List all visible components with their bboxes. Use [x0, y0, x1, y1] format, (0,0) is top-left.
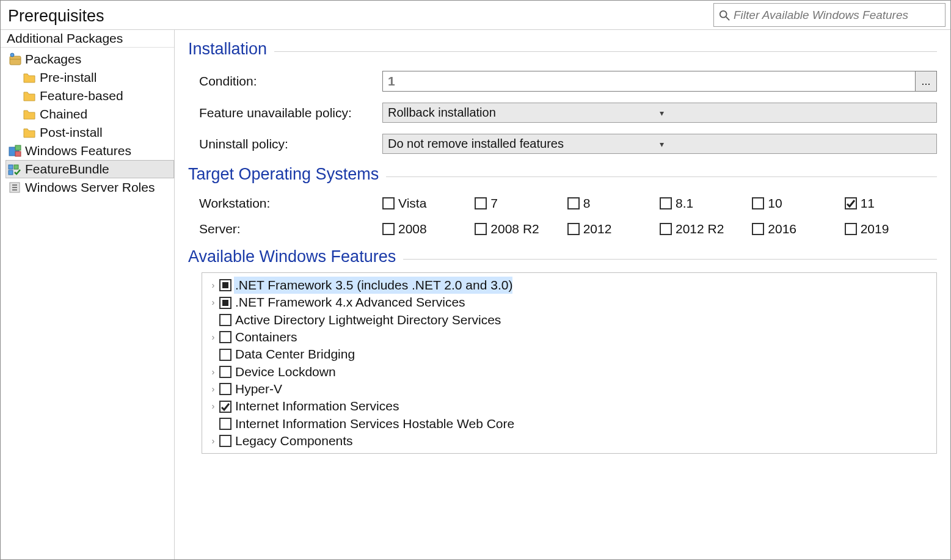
- checkbox-icon: [567, 197, 580, 209]
- feature-row[interactable]: ›.NET Framework 3.5 (includes .NET 2.0 a…: [202, 277, 936, 294]
- sidebar-item-label: FeatureBundle: [25, 162, 109, 176]
- sidebar-item-label: Chained: [40, 107, 87, 122]
- feature-label: Active Directory Lightweight Directory S…: [234, 311, 501, 329]
- feature-label: Legacy Components: [234, 432, 353, 449]
- sidebar-item-chained[interactable]: Chained: [5, 105, 174, 123]
- feature-checkbox[interactable]: [219, 349, 231, 361]
- checkbox-icon: [752, 197, 764, 209]
- section-installation-label: Installation: [188, 40, 267, 59]
- chevron-down-icon: ▾: [660, 139, 931, 149]
- uninstall-policy-combo[interactable]: Do not remove installed features ▾: [382, 134, 937, 154]
- svg-line-10: [726, 16, 729, 20]
- expand-icon[interactable]: ›: [208, 296, 218, 308]
- workstation-checkbox-81[interactable]: 8.1: [660, 196, 752, 211]
- feature-row[interactable]: Data Center Bridging: [202, 346, 936, 363]
- checkbox-label: 2012: [583, 222, 612, 236]
- feature-checkbox[interactable]: [219, 314, 231, 326]
- server-checkbox-2012r2[interactable]: 2012 R2: [660, 222, 752, 236]
- expand-icon[interactable]: ›: [208, 435, 218, 447]
- workstation-checkbox-11[interactable]: 11: [845, 196, 937, 211]
- checkbox-label: 2008: [398, 222, 427, 236]
- feature-checkbox[interactable]: [219, 366, 231, 378]
- section-available-features-label: Available Windows Features: [188, 247, 396, 266]
- expand-icon[interactable]: ›: [208, 400, 218, 412]
- workstation-checkbox-8[interactable]: 8: [567, 196, 660, 211]
- bundle-icon: [8, 162, 21, 176]
- checkbox-label: 2016: [768, 222, 796, 236]
- feature-checkbox[interactable]: [219, 383, 231, 395]
- main-pane: Installation Condition: ... Feature unav…: [175, 30, 950, 559]
- sidebar-item-packages[interactable]: Packages: [5, 50, 174, 68]
- feature-label: Data Center Bridging: [234, 346, 355, 363]
- sidebar-item-feature-based[interactable]: Feature-based: [5, 87, 174, 105]
- feature-row[interactable]: ›.NET Framework 4.x Advanced Services: [202, 294, 936, 311]
- folder-icon: [23, 89, 36, 103]
- sidebar-item-label: Post-install: [40, 125, 103, 140]
- unavailable-policy-label: Feature unavailable policy:: [199, 106, 382, 120]
- available-features-tree[interactable]: ›.NET Framework 3.5 (includes .NET 2.0 a…: [202, 272, 937, 454]
- condition-input[interactable]: [382, 71, 916, 92]
- checkbox-icon: [660, 197, 672, 209]
- feature-checkbox[interactable]: [219, 297, 231, 309]
- feature-label: Hyper-V: [234, 380, 282, 398]
- checkbox-icon: [382, 223, 395, 235]
- feature-row[interactable]: ›Legacy Components: [202, 432, 936, 449]
- packages-icon: [8, 53, 21, 66]
- server-checkbox-2012[interactable]: 2012: [567, 222, 660, 236]
- sidebar-item-label: Pre-install: [40, 70, 97, 85]
- feature-checkbox[interactable]: [219, 418, 231, 430]
- folder-icon: [23, 71, 36, 84]
- server-checkbox-2008r2[interactable]: 2008 R2: [475, 222, 567, 236]
- expand-icon[interactable]: ›: [208, 279, 218, 291]
- sidebar-header: Additional Packages: [1, 30, 174, 48]
- section-installation: Installation: [188, 40, 937, 59]
- checkbox-icon: [567, 223, 580, 235]
- workstation-checkbox-vista[interactable]: Vista: [382, 196, 475, 211]
- checkbox-label: 8.1: [676, 196, 693, 211]
- checkbox-label: Vista: [398, 196, 426, 211]
- sidebar-item-label: Packages: [25, 52, 81, 67]
- checkbox-icon: [752, 223, 764, 235]
- feature-row[interactable]: Active Directory Lightweight Directory S…: [202, 311, 936, 329]
- sidebar-item-label: Windows Server Roles: [25, 180, 155, 195]
- condition-label: Condition:: [199, 74, 382, 89]
- server-checkbox-2008[interactable]: 2008: [382, 222, 475, 236]
- workstation-checkbox-10[interactable]: 10: [752, 196, 844, 211]
- expand-icon[interactable]: ›: [208, 331, 218, 343]
- expand-icon[interactable]: ›: [208, 383, 218, 395]
- feature-label: .NET Framework 3.5 (includes .NET 2.0 an…: [234, 277, 512, 294]
- feature-checkbox[interactable]: [219, 331, 231, 343]
- expand-icon[interactable]: ›: [208, 366, 218, 378]
- feature-row[interactable]: Internet Information Services Hostable W…: [202, 415, 936, 432]
- sidebar-item-pre-install[interactable]: Pre-install: [5, 68, 174, 87]
- sidebar-item-feature-bundle[interactable]: FeatureBundle: [5, 160, 174, 178]
- server-checkbox-2016[interactable]: 2016: [752, 222, 844, 236]
- feature-checkbox[interactable]: [219, 279, 231, 291]
- feature-row[interactable]: ›Internet Information Services: [202, 398, 936, 415]
- condition-browse-button[interactable]: ...: [915, 71, 937, 92]
- feature-row[interactable]: ›Hyper-V: [202, 380, 936, 398]
- sidebar-item-windows-server-roles[interactable]: Windows Server Roles: [5, 178, 174, 197]
- checkbox-icon: [660, 223, 672, 235]
- feature-row[interactable]: ›Containers: [202, 329, 936, 346]
- sidebar-item-label: Feature-based: [40, 89, 123, 103]
- feature-label: Internet Information Services: [234, 398, 399, 415]
- unavailable-policy-combo[interactable]: Rollback installation ▾: [382, 103, 937, 123]
- feature-row[interactable]: ›Device Lockdown: [202, 363, 936, 380]
- roles-icon: [8, 181, 21, 194]
- winfeat-icon: [8, 144, 21, 158]
- sidebar-item-post-install[interactable]: Post-install: [5, 123, 174, 142]
- page-title: Prerequisites: [1, 1, 713, 29]
- feature-checkbox[interactable]: [219, 401, 231, 413]
- folder-icon: [23, 126, 36, 139]
- workstation-checkbox-7[interactable]: 7: [475, 196, 567, 211]
- checkbox-label: 8: [583, 196, 591, 211]
- filter-input[interactable]: [732, 8, 940, 23]
- filter-search-box[interactable]: [713, 3, 946, 27]
- checkbox-label: 7: [490, 196, 498, 211]
- server-checkbox-2019[interactable]: 2019: [845, 222, 937, 236]
- feature-checkbox[interactable]: [219, 435, 231, 447]
- checkbox-label: 2008 R2: [490, 222, 539, 236]
- sidebar-item-windows-features[interactable]: Windows Features: [5, 142, 174, 160]
- checkbox-label: 2019: [861, 222, 889, 236]
